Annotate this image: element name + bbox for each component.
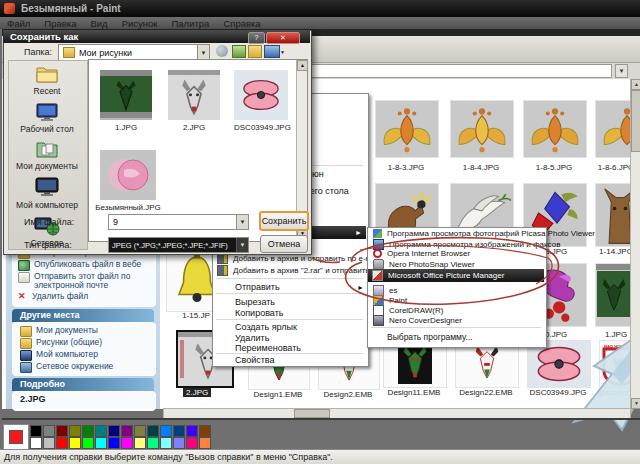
thumb-1jpg[interactable]	[595, 263, 632, 327]
context-item-create-shortcut[interactable]: Создать ярлык	[235, 322, 297, 332]
place-my-computer-dialog[interactable]: Мой компьютер	[9, 176, 85, 210]
palette-color[interactable]	[56, 425, 68, 437]
palette-color[interactable]	[186, 425, 198, 437]
address-dropdown-icon[interactable]: ▼	[615, 64, 628, 78]
dialog-file-label[interactable]: DSC03949.JPG	[234, 123, 288, 132]
place-recent[interactable]: Recent	[9, 64, 85, 96]
palette-color[interactable]	[108, 437, 120, 449]
dialog-thumb-dsc[interactable]	[234, 70, 288, 120]
palette-color[interactable]	[43, 425, 55, 437]
thumb-lotus-1[interactable]	[375, 100, 439, 158]
openwith-choose-program[interactable]: Выбрать программу...	[387, 332, 472, 342]
scroll-up-icon[interactable]: ▲	[297, 60, 308, 71]
dialog-help-button[interactable]: ?	[248, 32, 265, 44]
openwith-nero-coverdesigner[interactable]: Nero CoverDesigner	[369, 315, 543, 326]
place-network[interactable]: Сетевое окружение	[14, 362, 154, 373]
palette-color[interactable]	[69, 437, 81, 449]
place-desktop[interactable]: Рабочий стол	[9, 102, 85, 134]
grid-label[interactable]: 1-8-3.JPG	[375, 163, 437, 172]
menu-file[interactable]: Файл	[0, 18, 37, 29]
palette-color[interactable]	[69, 425, 81, 437]
dialog-thumb-untitled[interactable]	[100, 150, 156, 200]
up-folder-icon[interactable]	[232, 45, 246, 58]
grid-label[interactable]: 1-8-5.JPG	[523, 163, 585, 172]
menu-palette[interactable]: Палитра	[164, 18, 216, 29]
context-item-archive-rar-email[interactable]: Добавить в архив "2.rar" и отправить по …	[213, 265, 365, 276]
openwith-picasa[interactable]: Программа просмотра фотографий Picasa Ph…	[369, 229, 543, 238]
palette-color[interactable]	[82, 425, 94, 437]
task-email-file[interactable]: Отправить этот файл по электронной почте	[12, 272, 156, 290]
palette-color[interactable]	[95, 437, 107, 449]
palette-color[interactable]	[147, 425, 159, 437]
dialog-file-label[interactable]: 2.JPG	[168, 123, 220, 132]
palette-color[interactable]	[147, 437, 159, 449]
scrollbar-thumb[interactable]	[294, 409, 330, 418]
chevron-down-icon[interactable]: ▼	[197, 45, 209, 60]
palette-color[interactable]	[160, 425, 172, 437]
context-item-properties[interactable]: Свойства	[235, 355, 275, 365]
thumb-lotus-4[interactable]	[595, 100, 632, 158]
dialog-thumb-2jpg[interactable]	[168, 70, 220, 120]
place-my-computer[interactable]: Мой компьютер	[14, 350, 154, 361]
menu-image[interactable]: Рисунок	[115, 18, 165, 29]
context-item-copy[interactable]: Копировать	[235, 308, 283, 318]
palette-color[interactable]	[108, 425, 120, 437]
openwith-opera[interactable]: Opera Internet Browser	[369, 249, 543, 258]
context-item-delete[interactable]: Удалить	[235, 333, 269, 343]
dialog-file-label[interactable]: 1.JPG	[100, 123, 152, 132]
openwith-ms-picture-manager[interactable]: Microsoft Office Picture Manager	[368, 269, 544, 282]
new-folder-icon[interactable]	[248, 45, 262, 58]
scroll-down-icon[interactable]: ▼	[631, 398, 640, 409]
other-places-header[interactable]: Другие места	[12, 309, 154, 322]
thumb-lotus-2[interactable]	[450, 100, 514, 158]
current-color-indicator[interactable]	[3, 424, 29, 450]
thumb-design2-label[interactable]: Design2.EMB	[318, 390, 378, 399]
grid-label[interactable]: Design22.EMB	[455, 388, 517, 397]
place-shared-pictures[interactable]: Рисунки (общие)	[14, 338, 154, 349]
scrollbar-thumb[interactable]	[631, 90, 640, 152]
chevron-down-icon[interactable]: ▼	[236, 238, 248, 252]
filetype-combobox[interactable]: JPEG (*.JPG;*.JPEG;*.JPE;*.JFIF) ▼	[108, 237, 249, 253]
palette-color[interactable]	[173, 437, 185, 449]
explorer-vertical-scrollbar[interactable]: ▲ ▼	[630, 79, 640, 409]
context-item-fragment-1[interactable]: юн	[312, 169, 324, 179]
palette-color[interactable]	[160, 437, 172, 449]
palette-color[interactable]	[199, 425, 211, 437]
thumb-horse[interactable]	[595, 183, 632, 247]
context-item-rename[interactable]: Переименовать	[235, 343, 301, 353]
task-delete-file[interactable]: ✕ Удалить файл	[12, 292, 162, 301]
thumb-lotus-3[interactable]	[523, 100, 587, 158]
palette-color[interactable]	[121, 425, 133, 437]
details-header[interactable]: Подробно	[12, 378, 154, 391]
palette-color[interactable]	[30, 425, 42, 437]
grid-label[interactable]: 1-8-4.JPG	[450, 163, 512, 172]
back-button-icon[interactable]	[216, 45, 228, 57]
grid-label[interactable]: Design11.EMB	[383, 388, 445, 397]
views-icon[interactable]	[264, 45, 280, 58]
menu-help[interactable]: Справка	[216, 18, 267, 29]
palette-color[interactable]	[199, 437, 211, 449]
palette-color[interactable]	[95, 425, 107, 437]
place-my-documents-dialog[interactable]: Мои документы	[9, 139, 85, 171]
task-publish-file[interactable]: Опубликовать файл в вебе	[12, 260, 162, 271]
save-button[interactable]: Сохранить	[259, 211, 309, 231]
context-item-cut[interactable]: Вырезать	[235, 297, 275, 307]
context-item-send-to[interactable]: Отправить	[235, 282, 280, 292]
palette-color[interactable]	[30, 437, 42, 449]
palette-color[interactable]	[82, 437, 94, 449]
filename-input[interactable]: 9 ▼	[108, 214, 249, 230]
palette-color[interactable]	[134, 425, 146, 437]
palette-color[interactable]	[173, 425, 185, 437]
thumb-selected-label[interactable]: 2.JPG	[183, 388, 211, 397]
chevron-down-icon[interactable]: ▼	[236, 215, 248, 229]
dialog-file-label[interactable]: Безымянный.JPG	[95, 203, 161, 212]
dialog-close-button[interactable]: ✕	[266, 32, 300, 44]
scroll-up-icon[interactable]: ▲	[631, 79, 640, 90]
menu-view[interactable]: Вид	[83, 18, 114, 29]
palette-color[interactable]	[121, 437, 133, 449]
views-dropdown-icon[interactable]: ▼	[280, 49, 285, 55]
thumb-design1-label[interactable]: Design1.EMB	[248, 390, 308, 399]
dialog-thumb-1jpg[interactable]	[100, 70, 152, 120]
place-my-documents[interactable]: Мои документы	[14, 326, 154, 337]
palette-color[interactable]	[186, 437, 198, 449]
